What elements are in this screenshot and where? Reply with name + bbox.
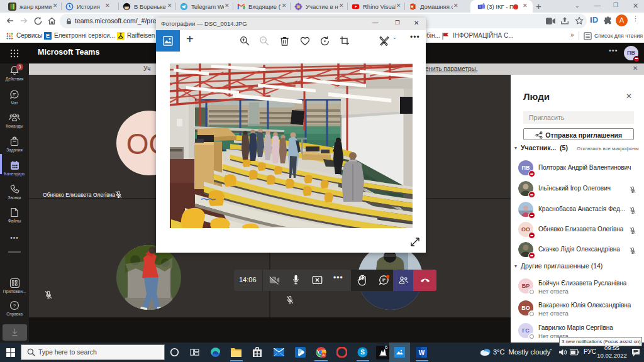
svg-text:S: S (360, 349, 365, 356)
svg-text:A: A (322, 353, 325, 357)
svg-text:?: ? (13, 303, 16, 309)
svg-text:W: W (419, 349, 425, 356)
